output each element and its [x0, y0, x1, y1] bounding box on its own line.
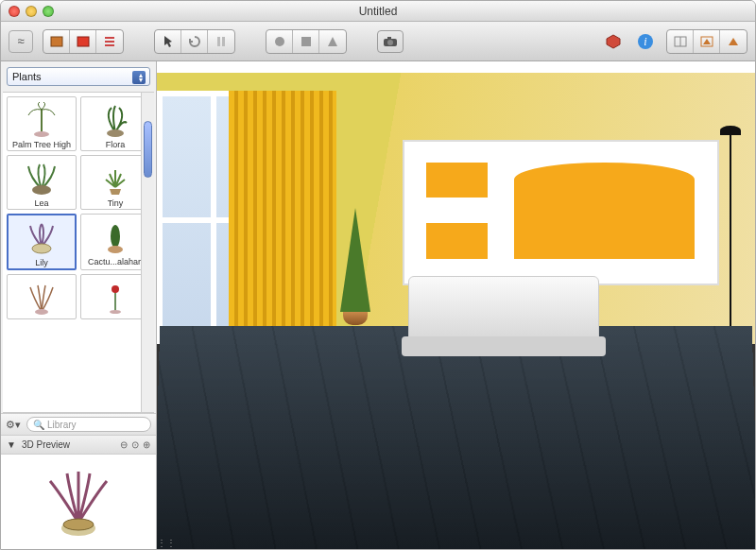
svg-point-24	[110, 310, 121, 314]
library-grid[interactable]: Palm Tree HighFloraLeaTinyLilyCactu...al…	[3, 92, 154, 413]
preview-header: ▼ 3D Preview ⊖ ⊙ ⊕	[1, 436, 156, 455]
library-item[interactable]: Flora	[80, 96, 150, 151]
scene-floor-lamp	[730, 129, 731, 344]
svg-rect-8	[387, 37, 391, 40]
category-label: Plants	[12, 71, 42, 82]
triangle-icon[interactable]	[319, 30, 346, 53]
zoom-out-icon[interactable]: ⊖	[120, 439, 128, 450]
search-input[interactable]: 🔍 Library	[26, 417, 151, 432]
library-item[interactable]: Lily	[7, 214, 77, 270]
scene-sofa	[408, 276, 600, 344]
item-label: Palm Tree High	[9, 140, 74, 149]
item-label: Cactu...alahari	[83, 257, 147, 266]
square-icon[interactable]	[293, 30, 319, 53]
item-label: Flora	[83, 140, 147, 149]
scrollbar-thumb[interactable]	[144, 121, 152, 178]
svg-rect-3	[222, 37, 225, 46]
pointer-icon[interactable]	[155, 30, 181, 53]
library-icon[interactable]	[43, 30, 70, 53]
view-mode-group	[666, 29, 747, 54]
library-item[interactable]	[80, 274, 150, 319]
item-label: Lily	[10, 258, 73, 267]
library-item[interactable]: Lea	[7, 155, 77, 210]
category-dropdown[interactable]: Plants ▴▾	[7, 67, 150, 86]
layout-3d-icon[interactable]	[720, 30, 747, 53]
shape-group	[266, 29, 347, 54]
camera-icon[interactable]	[377, 30, 404, 53]
toolbar: ≈ i	[1, 22, 755, 61]
layout-split-icon[interactable]	[694, 30, 720, 53]
tool-group	[154, 29, 235, 54]
svg-point-15	[34, 131, 49, 137]
info-icon[interactable]: i	[634, 30, 657, 53]
list-icon[interactable]	[96, 30, 123, 53]
svg-text:i: i	[644, 35, 646, 48]
svg-rect-5	[301, 37, 311, 46]
titlebar: Untitled	[1, 1, 755, 22]
svg-point-16	[107, 129, 124, 137]
search-icon: 🔍	[33, 420, 44, 430]
plant-icon	[93, 100, 138, 138]
svg-point-18	[32, 244, 51, 253]
svg-point-17	[32, 185, 51, 195]
scene-plant	[336, 208, 374, 331]
plant-icon	[19, 218, 64, 256]
svg-point-20	[108, 246, 123, 253]
plant-icon	[19, 100, 64, 138]
item-label: Tiny	[83, 198, 147, 208]
chevron-updown-icon: ▴▾	[139, 73, 143, 82]
svg-point-21	[35, 309, 48, 315]
window-title: Untitled	[1, 5, 755, 18]
scene-shelf-unit	[403, 140, 719, 286]
zoom-reset-icon[interactable]: ⊙	[131, 439, 139, 450]
sidebar: Plants ▴▾ Palm Tree HighFloraLeaTinyLily…	[1, 61, 157, 549]
library-item[interactable]: Tiny	[80, 155, 150, 210]
content-area: Plants ▴▾ Palm Tree HighFloraLeaTinyLily…	[1, 61, 755, 549]
resize-handle-icon[interactable]: ⋮⋮	[157, 538, 166, 547]
svg-rect-2	[217, 37, 220, 46]
preview-plant-icon	[41, 464, 116, 540]
color-icon[interactable]	[70, 30, 96, 53]
gear-icon[interactable]: ⚙︎▾	[6, 419, 21, 431]
app-window: Untitled ≈ i	[0, 0, 756, 550]
disclosure-icon[interactable]: ▼	[7, 439, 16, 450]
zoom-in-icon[interactable]: ⊕	[143, 439, 150, 450]
link-icon[interactable]: ≈	[9, 30, 33, 53]
plant-icon	[93, 278, 138, 316]
library-footer: ⚙︎▾ 🔍 Library	[1, 413, 156, 436]
plant-icon	[93, 217, 138, 255]
plant-icon	[93, 159, 138, 197]
plant-icon	[19, 159, 64, 197]
library-scrollbar[interactable]	[141, 93, 154, 412]
preview-pane[interactable]	[1, 455, 156, 549]
item-label: Lea	[9, 198, 74, 208]
svg-point-23	[112, 285, 119, 293]
package-icon[interactable]	[602, 30, 625, 53]
svg-point-19	[111, 225, 120, 248]
pan-icon[interactable]	[208, 30, 234, 53]
svg-point-7	[387, 40, 393, 45]
circle-icon[interactable]	[266, 30, 293, 53]
preview-title: 3D Preview	[22, 439, 70, 450]
3d-viewport[interactable]: ⋮⋮	[157, 61, 755, 549]
search-placeholder: Library	[47, 420, 77, 430]
library-item[interactable]	[7, 274, 77, 319]
rotate-icon[interactable]	[181, 30, 208, 53]
library-item[interactable]: Palm Tree High	[7, 96, 77, 151]
library-mode-group	[43, 29, 124, 54]
plant-icon	[19, 278, 64, 316]
svg-rect-1	[77, 37, 89, 46]
layout-2d-icon[interactable]	[667, 30, 694, 53]
scene-curtain	[229, 91, 336, 335]
svg-point-4	[275, 37, 284, 46]
svg-rect-0	[51, 37, 62, 46]
svg-point-26	[63, 519, 94, 530]
library-item[interactable]: Cactu...alahari	[80, 214, 150, 270]
scene-floor	[157, 326, 755, 549]
